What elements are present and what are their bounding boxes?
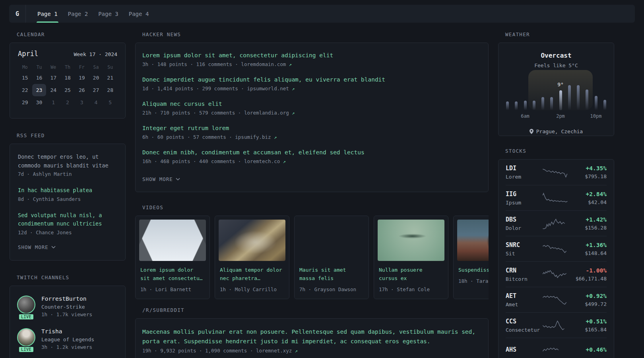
video-card[interactable]: Suspendisse diam 18h · Tara (453, 216, 489, 299)
external-link-icon: ↗ (292, 110, 295, 116)
calendar-day: 15 (18, 72, 32, 84)
stock-change: +0.46% (568, 346, 607, 353)
weather-hour-labels: 6am 2pm 10pm (506, 113, 606, 120)
stock-change: +0.92% (568, 293, 607, 299)
story-source-link[interactable]: loremtech.co ↗ (244, 158, 286, 164)
rss-item[interactable]: Donec tempor eros leo, ut commodo mauris… (18, 153, 117, 177)
top-bar: G Page 1 Page 2 Page 3 Page 4 (9, 5, 635, 23)
weather-bar (595, 96, 597, 110)
video-thumbnail (298, 220, 365, 261)
rss-item-meta: 12d · Chance Jones (18, 230, 117, 235)
hackernews-show-more-button[interactable]: SHOW MORE (142, 176, 180, 182)
calendar-dow-label: Fr (75, 64, 89, 70)
show-more-label: SHOW MORE (142, 176, 173, 182)
stock-row[interactable]: DBSDolor +1.42%$156.28 (506, 210, 607, 236)
stock-ticker: CCS (506, 318, 542, 325)
calendar-day: 17 (46, 72, 60, 84)
stock-ticker: SNRC (506, 241, 542, 249)
rss-item-title: In hac habitasse platea (18, 187, 92, 193)
hackernews-widget: Lorem ipsum dolor sit amet, consectetur … (135, 43, 489, 192)
story-source-link[interactable]: loremdomain.com ↗ (241, 61, 292, 67)
stock-name: Amet (506, 302, 542, 307)
calendar-dow-label: Sa (89, 64, 103, 70)
story-title-link[interactable]: Donec imperdiet augue tincidunt felis al… (142, 76, 385, 83)
tab-page-3[interactable]: Page 3 (98, 5, 118, 23)
stock-row[interactable]: AHS +0.46% (506, 338, 607, 358)
stock-row[interactable]: CRNBitcorn -1.00%$66,171.48 (506, 261, 607, 287)
story-title-link[interactable]: Lorem ipsum dolor sit amet, consectetur … (142, 52, 333, 58)
stock-name: Ipsum (506, 200, 542, 206)
stock-row[interactable]: AETAmet +0.92%$499.72 (506, 287, 607, 312)
weather-bar (533, 101, 535, 110)
story-title-link[interactable]: Donec enim nibh, condimentum et accumsan… (142, 149, 365, 156)
video-meta: 1h · Lori Barnett (140, 286, 205, 292)
rss-item-meta: 7d · Ashlyn Martin (18, 171, 117, 177)
rss-item[interactable]: Sed volutpat nulla nisl, a condimentum n… (18, 211, 117, 235)
stock-change: +2.84% (568, 191, 607, 197)
tab-page-2[interactable]: Page 2 (68, 5, 88, 23)
calendar-dow-row: MoTuWeThFrSaSu (18, 64, 117, 70)
story-source-link[interactable]: loremlandia.org ↗ (244, 110, 295, 116)
post-meta: 19h · 9,932 points · 1,090 comments · (142, 348, 253, 354)
weather-bar (515, 101, 518, 110)
twitch-channel-row[interactable]: LIVE ForrestBurton Counter-Strike 1h · 1… (17, 296, 118, 317)
hackernews-heading: HACKER NEWS (142, 31, 489, 37)
stock-row[interactable]: CCSConsectetur +0.51%$165.84 (506, 312, 607, 338)
external-link-icon: ↗ (292, 86, 295, 91)
rss-show-more-button[interactable]: SHOW MORE (18, 244, 56, 250)
channel-game: League of Legends (41, 337, 94, 342)
stock-name: Lorem (506, 174, 542, 180)
calendar-day: 28 (103, 84, 117, 96)
stock-price: $156.28 (568, 225, 607, 231)
rss-item-title: Donec tempor eros leo, ut commodo mauris… (18, 154, 109, 169)
weather-bar (550, 97, 553, 110)
calendar-month: April (18, 50, 38, 58)
stock-ticker: LDI (506, 165, 542, 172)
calendar-day: 27 (89, 84, 103, 96)
middle-column: HACKER NEWS Lorem ipsum dolor sit amet, … (135, 31, 489, 358)
video-card[interactable]: Aliquam tempor dolor nec pharetra… 1h · … (215, 216, 289, 299)
video-title: Suspendisse diam (458, 266, 489, 274)
calendar-day: 25 (60, 84, 75, 96)
weather-bar (506, 101, 509, 110)
app-logo[interactable]: G (9, 5, 26, 23)
stock-price: $148.64 (568, 250, 607, 256)
story: Aliquam nec cursus elit 21h · 710 points… (142, 100, 481, 116)
videos-heading: VIDEOS (142, 204, 489, 210)
calendar-day: 19 (75, 72, 89, 84)
channel-avatar-image (17, 296, 35, 314)
video-title: Lorem ipsum dolor sit amet consectetu… (140, 266, 205, 282)
story-source-link[interactable]: ipsumify.biz ↗ (235, 134, 277, 140)
story-source-link[interactable]: ipsumworld.net ↗ (247, 86, 295, 91)
calendar-day: 16 (32, 72, 47, 84)
video-card[interactable]: Nullam posuere cursus ex 17h · Stefan Co… (374, 216, 448, 299)
rss-item[interactable]: In hac habitasse platea 8d · Cynthia Sau… (18, 186, 117, 202)
calendar-dow-label: Mo (18, 64, 32, 70)
stock-row[interactable]: IIGIpsum +2.84%$42.04 (506, 185, 607, 210)
calendar-day: 21 (103, 72, 117, 84)
channel-viewers: 3h · 1.2k viewers (41, 344, 94, 350)
stock-row[interactable]: SNRCSit +1.36%$148.64 (506, 236, 607, 261)
story: Integer eget rutrum lorem 6h · 60 points… (142, 124, 481, 140)
video-card[interactable]: Mauris sit amet massa felis 7h · Grayson… (294, 216, 369, 299)
hour-label: 6am (521, 113, 530, 119)
stock-name: Dolor (506, 225, 542, 231)
story-title-link[interactable]: Integer eget rutrum lorem (142, 125, 229, 131)
video-card[interactable]: Lorem ipsum dolor sit amet consectetu… 1… (135, 216, 210, 299)
twitch-channel-row[interactable]: LIVE Trisha League of Legends 3h · 1.2k … (17, 328, 118, 350)
stock-ticker: IIG (506, 191, 542, 198)
tab-page-1[interactable]: Page 1 (37, 5, 58, 23)
stock-price: $66,171.48 (568, 276, 607, 282)
stock-sparkline (542, 166, 568, 178)
subreddit-widget: Maecenas mollis pulvinar erat non posuer… (135, 318, 489, 358)
stocks-heading: STOCKS (505, 148, 614, 154)
external-link-icon: ↗ (289, 62, 292, 67)
post-title-link[interactable]: Maecenas mollis pulvinar erat non posuer… (142, 329, 475, 344)
stock-row[interactable]: LDILorem +4.35%$795.18 (506, 160, 607, 185)
post-source-link[interactable]: loremnet.xyz ↗ (256, 348, 298, 354)
tab-page-4[interactable]: Page 4 (129, 5, 149, 23)
stocks-section: STOCKS LDILorem +4.35%$795.18 IIGIpsum +… (498, 148, 614, 358)
channel-name: ForrestBurton (41, 296, 92, 302)
story-title-link[interactable]: Aliquam nec cursus elit (142, 101, 222, 107)
page-tabs: Page 1 Page 2 Page 3 Page 4 (26, 5, 149, 23)
